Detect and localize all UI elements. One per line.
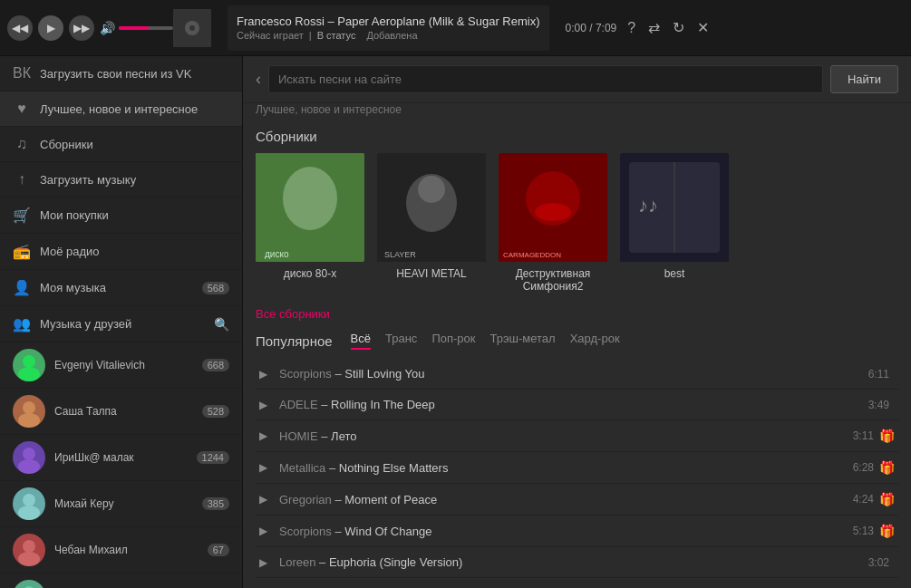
sidebar-label-radio: Моё радио [40,245,229,258]
track-row[interactable]: ▶ Scorpions – Still Loving You 6:11 [256,359,898,390]
play-button[interactable]: ▶ [38,15,63,41]
svg-text:CARMAGEDDON: CARMAGEDDON [503,251,561,259]
breadcrumb: Лучшее, новое и интересное [243,103,911,123]
all-collections-link[interactable]: Все сборники [243,302,911,332]
track-row[interactable]: ▶ Metallica – Nothing Else Matters 6:28 … [256,452,898,484]
track-row-title: ADELE – Rolling In The Deep [279,398,868,411]
collections-grid: диско диско 80-х SLAYER HEAVI [256,153,898,293]
sidebar-item-friends-music[interactable]: 👥 Музыка у друзей 🔍 [0,306,242,342]
upload-icon: ↑ [13,171,31,188]
collection-item-metal[interactable]: SLAYER HEAVI METAL [377,153,486,293]
svg-point-8 [18,459,40,474]
track-row[interactable]: ▶ HOMIE – Лето 3:11 🎁 [256,420,898,452]
avatar-sasha [13,395,45,428]
sidebar-label-friends: Музыка у друзей [40,317,205,331]
volume-bar[interactable] [119,26,173,30]
track-row-title: Metallica – Nothing Else Matters [279,461,853,475]
repeat-icon[interactable]: ↻ [669,15,688,40]
user-name-mihay: Михай Керу [54,497,193,510]
sidebar: ВК Загрузить свои песни из VK ♥ Лучшее, … [0,56,243,588]
svg-text:диско: диско [265,249,289,259]
shuffle-icon[interactable]: ⇄ [644,15,664,40]
track-duration-2: 3:49 [868,399,889,411]
back-icon[interactable]: ‹ [256,70,261,89]
tab-all[interactable]: Всё [351,332,371,350]
svg-point-5 [23,401,35,414]
search-input[interactable] [268,65,823,93]
sidebar-item-my-music[interactable]: 👤 Моя музыка 568 [0,270,242,306]
track-artist-7: Loreen [279,555,315,569]
gift-icon-6[interactable]: 🎁 [879,524,895,538]
avatar-irisha [13,441,45,474]
vk-icon: ВК [13,65,31,82]
svg-point-2 [189,25,195,31]
badge-mihay: 385 [202,497,229,510]
cart-icon: 🛒 [13,207,31,224]
badge-irisha: 1244 [197,451,229,464]
sidebar-user-sasha[interactable]: Саша Талпа 528 [0,389,242,435]
track-duration-6: 5:13 [853,525,874,537]
track-row[interactable]: ▶ Gregorian – Moment of Peace 4:24 🎁 [256,484,898,516]
sidebar-user-evgenyi[interactable]: Evgenyi Vitalievich 668 [0,342,242,389]
separator-5: – [334,493,344,506]
collection-item-best[interactable]: ♪♪ best [620,153,729,293]
sidebar-user-cheban[interactable]: Чебан Михаил 67 [0,527,242,574]
tab-hard-rock[interactable]: Хард-рок [570,332,620,350]
collection-cover-metal: SLAYER [377,153,486,262]
badge-evgenyi: 668 [202,359,229,371]
separator-4: – [329,461,339,475]
question-icon[interactable]: ? [624,16,639,40]
track-artist-2: ADELE [279,398,318,411]
added-label: Добавлена [366,30,417,41]
gift-icon-4[interactable]: 🎁 [879,460,895,475]
track-duration-5: 4:24 [853,493,874,506]
sidebar-item-upload[interactable]: ↑ Загрузить музыку [0,162,242,198]
track-duration-1: 6:11 [868,368,889,381]
tab-pop-rock[interactable]: Поп-рок [431,332,475,350]
gift-icon-3[interactable]: 🎁 [879,429,895,443]
track-name-6: Wind Of Change [344,525,431,538]
collection-label-disco: диско 80-х [284,267,336,280]
collection-item-disco[interactable]: диско диско 80-х [256,153,364,293]
tab-trance[interactable]: Транс [385,332,417,350]
sidebar-item-collections[interactable]: ♫ Сборники [0,127,242,162]
track-artist-6: Scorpions [279,525,332,538]
search-icon[interactable]: 🔍 [214,317,229,332]
track-info: Francesco Rossi – Paper Aeroplane (Milk … [228,5,549,51]
track-artist-4: Metallica [279,461,325,475]
track-artist-3: HOMIE [279,429,318,443]
track-row-title: HOMIE – Лето [279,429,853,443]
next-button[interactable]: ▶▶ [69,15,94,41]
avatar-mihay [13,487,45,520]
gift-icon-5[interactable]: 🎁 [879,492,895,506]
svg-point-22 [418,176,445,203]
track-title: Francesco Rossi – Paper Aeroplane (Milk … [237,14,540,28]
separator-1: – [334,367,344,381]
sidebar-user-mihay[interactable]: Михай Керу 385 [0,481,242,527]
sidebar-user-irisha[interactable]: ИриШк@ малак 1244 [0,435,242,481]
sidebar-user-vip[interactable]: Vip Men Gypsy 381 [0,574,242,588]
track-row[interactable]: ▶ Loreen – Euphoria (Single Version) 3:0… [256,547,898,578]
status-btn[interactable]: В статус [317,30,356,41]
sidebar-item-best-new[interactable]: ♥ Лучшее, новое и интересное [0,92,242,127]
play-icon: ▶ [259,399,272,411]
prev-button[interactable]: ◀◀ [7,15,33,41]
separator-3: – [321,429,331,443]
sidebar-item-radio[interactable]: 📻 Моё радио [0,234,242,270]
collection-item-destruct[interactable]: CARMAGEDDON Деструктивная Симфония2 [499,153,607,293]
track-row[interactable]: ▶ ADELE – Rolling In The Deep 3:49 [256,390,898,420]
tab-trash-metal[interactable]: Трэш-метал [489,332,555,350]
user-name-irisha: ИриШк@ малак [54,451,188,464]
track-row[interactable]: ▶ Scorpions – Wind Of Change 5:13 🎁 [256,516,898,547]
group-icon: 👥 [13,315,31,333]
sidebar-label-vk: Загрузить свои песни из VK [40,67,229,81]
close-icon[interactable]: ✕ [693,15,712,40]
heart-icon: ♥ [13,101,31,117]
svg-text:SLAYER: SLAYER [384,250,416,259]
user-name-cheban: Чебан Михаил [54,544,199,556]
search-button[interactable]: Найти [830,65,898,93]
play-icon: ▶ [259,461,272,474]
track-row-title: Scorpions – Wind Of Change [279,525,853,538]
sidebar-item-purchases[interactable]: 🛒 Мои покупки [0,198,242,234]
sidebar-item-vk-upload[interactable]: ВК Загрузить свои песни из VK [0,56,242,92]
